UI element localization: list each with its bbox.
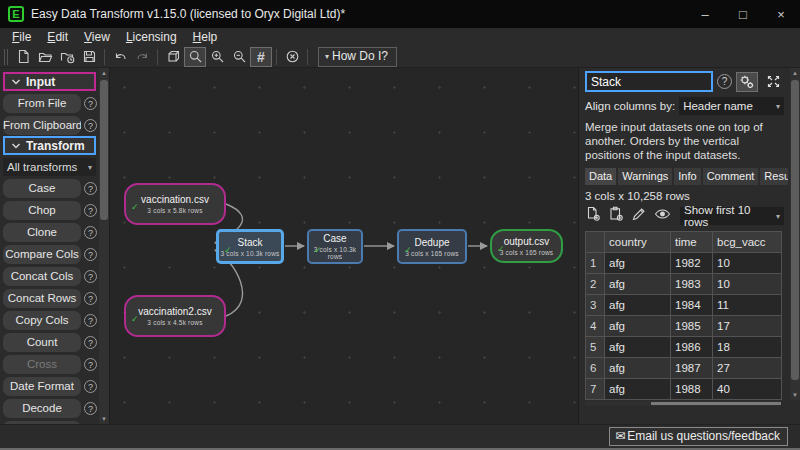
panel-scrollbar[interactable]: ▲ ▼ (790, 68, 800, 400)
transform-item-concat-cols[interactable]: Concat Cols (3, 267, 81, 286)
scrollbar-thumb[interactable] (100, 80, 108, 220)
sidebar-row: Date Format? (3, 377, 97, 396)
open-folder-icon (38, 49, 53, 64)
undo-button[interactable] (109, 47, 131, 67)
dropdown-triangle-icon: ▾ (776, 212, 780, 221)
how-do-i-button[interactable]: ▾ How Do I? (318, 47, 397, 67)
zoom-out-button[interactable] (228, 47, 250, 67)
help-icon[interactable]: ? (84, 336, 97, 349)
transform-item-decode[interactable]: Decode (3, 399, 81, 418)
table-row: 7afg198840 (586, 379, 782, 400)
help-icon[interactable]: ? (84, 358, 97, 371)
center-view-button[interactable] (162, 47, 184, 67)
node-case[interactable]: ✓Case3 cols x 10.3k rows (307, 229, 363, 264)
toolbar-handle[interactable] (4, 49, 8, 65)
copy-data-button[interactable] (585, 206, 601, 226)
help-icon[interactable]: ? (84, 380, 97, 393)
transform-item-dedupe[interactable]: Dedupe (3, 421, 81, 424)
node-canvas[interactable]: ✓vaccination.csv3 cols x 5.8k rows✓vacci… (110, 68, 578, 424)
expand-button[interactable] (762, 72, 784, 92)
dropdown-triangle-icon: ▾ (88, 163, 92, 172)
scroll-down-icon[interactable]: ▼ (790, 392, 800, 398)
pencil-icon (631, 206, 647, 222)
zoom-tool-button[interactable] (184, 47, 206, 67)
node-name-input[interactable] (585, 71, 713, 92)
toggle-grid-button[interactable]: # (250, 47, 272, 67)
transform-filter-select[interactable]: All transforms ▾ (3, 158, 96, 176)
transform-item-date-format[interactable]: Date Format (3, 377, 81, 396)
view-data-button[interactable] (654, 207, 671, 225)
help-icon[interactable]: ? (84, 119, 97, 132)
node-vaccination2[interactable]: ✓vaccination2.csv3 cols x 4.5k rows (124, 295, 226, 337)
open-recent-button[interactable] (56, 47, 78, 67)
scroll-up-icon[interactable]: ▲ (99, 70, 109, 76)
menu-item-licensing[interactable]: Licensing (118, 30, 185, 44)
edit-data-button[interactable] (631, 206, 647, 226)
menu-mnemonic: F (12, 30, 19, 44)
transform-item-clone[interactable]: Clone (3, 223, 81, 242)
transform-section-header[interactable]: Transform (3, 136, 96, 155)
new-file-button[interactable] (12, 47, 34, 67)
table-body: 1afg1982102afg1983103afg1984114afg198517… (586, 253, 782, 400)
close-button[interactable]: × (762, 0, 800, 28)
align-columns-select[interactable]: Header name ▾ (679, 97, 784, 115)
scroll-down-icon[interactable]: ▼ (99, 416, 109, 422)
menu-item-view[interactable]: View (76, 30, 118, 44)
help-icon[interactable]: ? (84, 226, 97, 239)
node-dedupe[interactable]: ✓Dedupe3 cols x 165 rows (397, 229, 467, 264)
node-output[interactable]: ✓output.csv3 cols x 165 rows (490, 229, 563, 263)
copy-file-icon (585, 206, 601, 222)
input-item-list: From File?From Clipboard? (2, 94, 98, 135)
transform-item-case[interactable]: Case (3, 179, 81, 198)
minimize-button[interactable]: – (686, 0, 724, 28)
sidebar-row: Concat Cols? (3, 267, 97, 286)
input-item-from-clipboard[interactable]: From Clipboard (3, 116, 81, 135)
tab-comment[interactable]: Comment (703, 168, 759, 185)
input-section-header[interactable]: Input (3, 72, 96, 91)
transform-item-count[interactable]: Count (3, 333, 81, 352)
paste-data-button[interactable] (608, 206, 624, 226)
zoom-in-button[interactable] (206, 47, 228, 67)
feedback-button[interactable]: ✉ Email us questions/feedback (609, 427, 788, 446)
tab-data[interactable]: Data (585, 168, 616, 185)
help-icon[interactable]: ? (84, 270, 97, 283)
redo-button[interactable] (131, 47, 153, 67)
sidebar-row: From File? (3, 94, 97, 113)
cancel-button[interactable] (281, 47, 303, 67)
rows-filter-select[interactable]: Show first 10 rows ▾ (680, 207, 784, 225)
table-cell: 40 (713, 379, 782, 400)
help-icon[interactable]: ? (84, 402, 97, 415)
table-cell: 1986 (671, 337, 713, 358)
tab-warnings[interactable]: Warnings (618, 168, 672, 185)
node-vaccination[interactable]: ✓vaccination.csv3 cols x 5.8k rows (124, 183, 226, 225)
help-icon[interactable]: ? (84, 292, 97, 305)
sidebar-row: Concat Rows? (3, 289, 97, 308)
maximize-button[interactable]: □ (724, 0, 762, 28)
menu-item-edit[interactable]: Edit (39, 30, 76, 44)
sidebar-scrollbar[interactable]: ▲ ▼ (99, 68, 109, 424)
node-stack[interactable]: ✓Stack3 cols x 10.3k rows (216, 229, 284, 264)
options-button[interactable] (736, 72, 758, 92)
menu-item-file[interactable]: File (4, 30, 39, 44)
help-icon[interactable]: ? (84, 204, 97, 217)
transform-item-copy-cols[interactable]: Copy Cols (3, 311, 81, 330)
open-file-button[interactable] (34, 47, 56, 67)
transform-item-chop[interactable]: Chop (3, 201, 81, 220)
scrollbar-thumb[interactable] (791, 80, 799, 380)
save-button[interactable] (78, 47, 100, 67)
help-icon[interactable]: ? (84, 248, 97, 261)
input-item-from-file[interactable]: From File (3, 94, 81, 113)
help-icon[interactable]: ? (84, 182, 97, 195)
help-icon[interactable]: ? (717, 74, 732, 89)
scrollbar-thumb[interactable] (651, 402, 781, 405)
transform-item-compare-cols[interactable]: Compare Cols (3, 245, 81, 264)
help-icon[interactable]: ? (84, 314, 97, 327)
help-icon[interactable]: ? (84, 97, 97, 110)
tab-info[interactable]: Info (674, 168, 700, 185)
menu-item-help[interactable]: Help (185, 30, 226, 44)
table-cell: afg (605, 358, 671, 379)
table-horizontal-scrollbar[interactable] (585, 401, 781, 406)
tab-results[interactable]: Results (760, 168, 788, 185)
transform-item-concat-rows[interactable]: Concat Rows (3, 289, 81, 308)
scroll-up-icon[interactable]: ▲ (790, 70, 800, 76)
